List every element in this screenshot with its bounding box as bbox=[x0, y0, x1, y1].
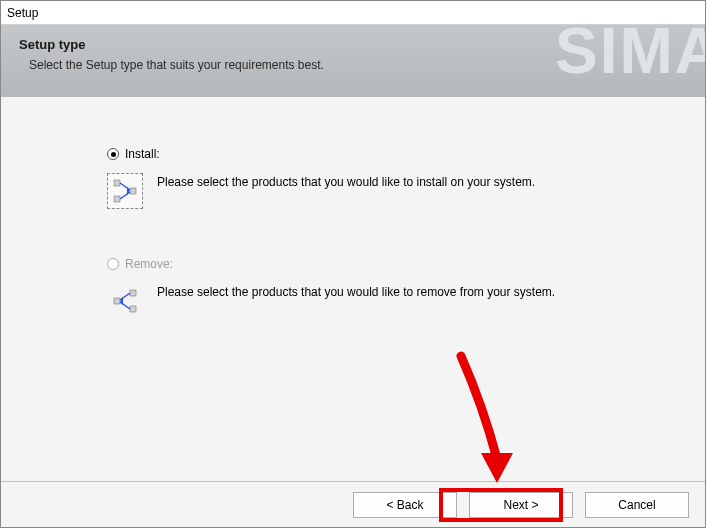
remove-option: Remove: Please select the products that … bbox=[107, 257, 645, 319]
remove-radio-row: Remove: bbox=[107, 257, 645, 271]
header-band: SIMA Setup type Select the Setup type th… bbox=[1, 25, 705, 97]
install-body: Please select the products that you woul… bbox=[107, 173, 645, 209]
install-option[interactable]: Install: Please select the products that… bbox=[107, 147, 645, 209]
install-icon[interactable] bbox=[107, 173, 143, 209]
svg-rect-7 bbox=[130, 290, 136, 296]
remove-icon bbox=[107, 283, 143, 319]
back-button[interactable]: < Back bbox=[353, 492, 457, 518]
install-radio-row[interactable]: Install: bbox=[107, 147, 645, 161]
setup-window: Setup SIMA Setup type Select the Setup t… bbox=[0, 0, 706, 528]
install-description: Please select the products that you woul… bbox=[157, 173, 535, 189]
svg-rect-0 bbox=[114, 180, 120, 186]
remove-description: Please select the products that you woul… bbox=[157, 283, 555, 299]
brand-watermark: SIMA bbox=[555, 25, 705, 83]
svg-rect-2 bbox=[130, 188, 136, 194]
svg-rect-8 bbox=[130, 306, 136, 312]
window-title: Setup bbox=[7, 6, 38, 20]
remove-radio-icon bbox=[107, 258, 119, 270]
remove-body: Please select the products that you woul… bbox=[107, 283, 645, 319]
radio-selected-dot bbox=[111, 152, 116, 157]
next-button[interactable]: Next > bbox=[469, 492, 573, 518]
svg-rect-9 bbox=[114, 298, 120, 304]
svg-rect-1 bbox=[114, 196, 120, 202]
content-area: Install: Please select the products that… bbox=[1, 97, 705, 481]
titlebar: Setup bbox=[1, 1, 705, 25]
footer: < Back Next > Cancel bbox=[1, 481, 705, 527]
install-radio-icon bbox=[107, 148, 119, 160]
install-radio-label: Install: bbox=[125, 147, 160, 161]
cancel-button[interactable]: Cancel bbox=[585, 492, 689, 518]
remove-radio-label: Remove: bbox=[125, 257, 173, 271]
